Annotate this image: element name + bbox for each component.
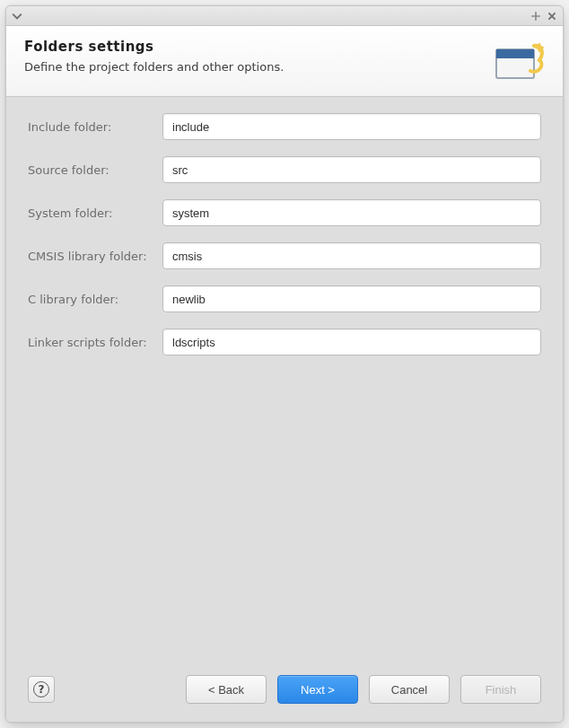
next-button[interactable]: Next > [277,675,358,704]
svg-rect-1 [496,49,534,58]
label-clib: C library folder: [28,293,162,306]
row-linker: Linker scripts folder: [28,329,541,355]
input-include[interactable] [162,113,541,140]
input-clib[interactable] [162,285,541,312]
help-icon: ? [33,681,49,697]
close-icon[interactable] [547,11,557,22]
finish-button: Finish [460,675,541,704]
label-linker: Linker scripts folder: [28,336,162,349]
input-system[interactable] [162,199,541,226]
maximize-icon[interactable] [530,11,541,22]
row-include: Include folder: [28,113,541,140]
label-include: Include folder: [28,120,162,134]
button-row: < Back Next > Cancel Finish [186,675,541,704]
cancel-button[interactable]: Cancel [369,675,450,704]
window-titlebar [6,6,563,26]
label-system: System folder: [28,206,162,220]
input-source[interactable] [162,156,541,183]
wizard-dialog: Folders settings Define the project fold… [5,5,564,723]
label-source: Source folder: [28,163,162,177]
input-linker[interactable] [162,329,541,355]
wizard-icon [495,39,545,82]
window-menu-icon[interactable] [12,11,22,22]
form-area: Include folder: Source folder: System fo… [6,97,563,663]
page-title: Folders settings [24,39,284,55]
row-system: System folder: [28,199,541,226]
input-cmsis[interactable] [162,242,541,269]
row-source: Source folder: [28,156,541,183]
wizard-footer: ? < Back Next > Cancel Finish [6,663,563,722]
wizard-header: Folders settings Define the project fold… [6,26,563,97]
page-subtitle: Define the project folders and other opt… [24,60,284,74]
help-button[interactable]: ? [28,676,55,703]
back-button[interactable]: < Back [186,675,267,704]
row-cmsis: CMSIS library folder: [28,242,541,269]
label-cmsis: CMSIS library folder: [28,250,162,263]
row-clib: C library folder: [28,285,541,312]
